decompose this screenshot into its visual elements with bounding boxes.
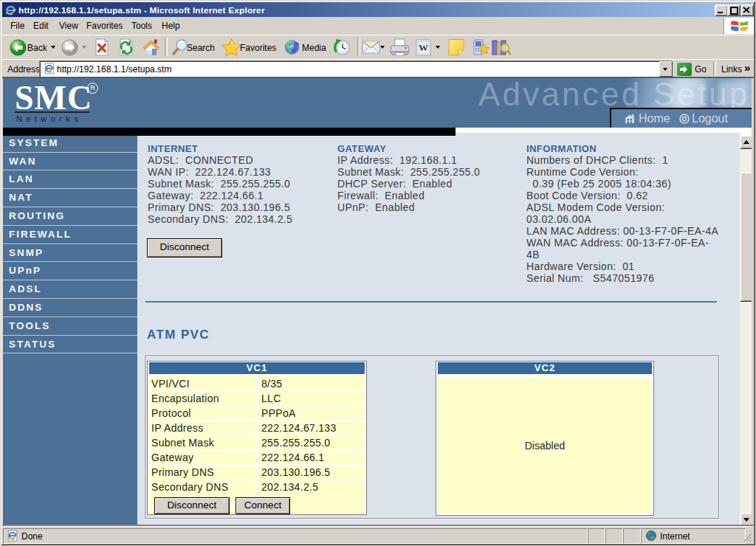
svg-text:W: W — [419, 42, 428, 53]
